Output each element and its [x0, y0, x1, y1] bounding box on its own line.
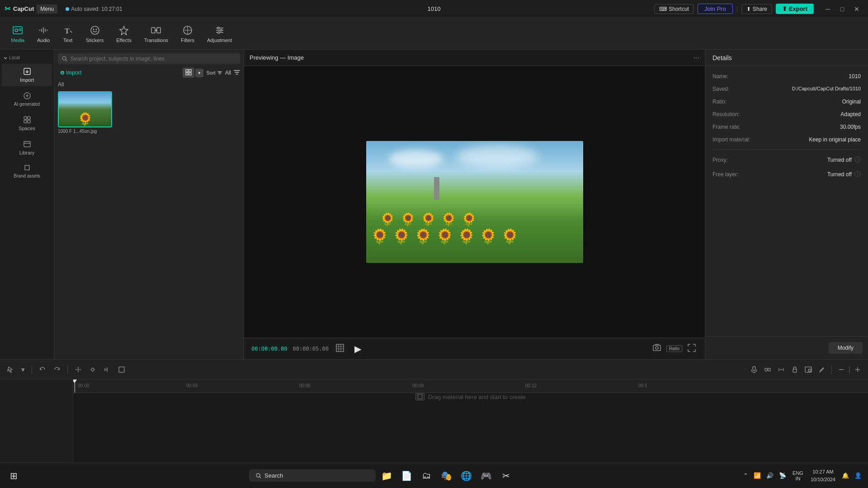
- folder-button[interactable]: 🗂: [417, 467, 435, 485]
- redo-button[interactable]: [51, 364, 63, 375]
- taskbar-clock[interactable]: 10:27 AM 10/10/2024: [808, 468, 838, 483]
- media-thumbnail[interactable]: 1000 F 1...45on.jpg: [58, 91, 112, 134]
- search-input[interactable]: [71, 56, 236, 62]
- tick-label-0: 00:00: [78, 383, 89, 388]
- all-filter-button[interactable]: All: [225, 70, 231, 76]
- unlink-icon: [778, 366, 785, 373]
- import-button[interactable]: + Import: [58, 68, 84, 77]
- join-pro-button[interactable]: Join Pro: [698, 4, 733, 14]
- sidebar-item-library[interactable]: Library: [2, 136, 52, 159]
- name-label: Name:: [712, 73, 728, 80]
- select-tool-button[interactable]: [5, 364, 16, 375]
- toolbar-filters[interactable]: Filters: [175, 22, 201, 46]
- preview-menu-button[interactable]: ···: [693, 54, 699, 62]
- toolbar-audio[interactable]: Audio: [31, 22, 56, 46]
- system-tray-arrow[interactable]: ⌃: [741, 470, 750, 481]
- grid-overlay-button[interactable]: [334, 343, 346, 354]
- sidebar-item-import[interactable]: Import: [2, 64, 52, 86]
- lock-button[interactable]: [789, 364, 801, 375]
- freelayer-label: Free layer:: [712, 171, 738, 178]
- timeline-track-area[interactable]: Drag material here and start to create: [73, 393, 868, 400]
- notepad-button[interactable]: 📄: [397, 467, 415, 485]
- sidebar-item-ai[interactable]: AI generated: [2, 88, 52, 110]
- filters-label: Filters: [181, 38, 194, 43]
- toolbar-transitions[interactable]: Transitions: [138, 22, 175, 46]
- link-icon: [764, 366, 771, 373]
- split-right-button[interactable]: [101, 364, 113, 375]
- add-keyframe-button[interactable]: [87, 364, 99, 375]
- maximize-button[interactable]: □: [835, 2, 849, 16]
- sidebar-item-spaces[interactable]: Spaces: [2, 112, 52, 135]
- network-icon[interactable]: 📶: [752, 470, 763, 481]
- link-button[interactable]: [762, 364, 774, 375]
- play-button[interactable]: ▶: [351, 342, 365, 356]
- audio-icon: [38, 25, 49, 36]
- share-button[interactable]: ⬆ Share: [741, 4, 772, 14]
- sidebar-item-brand[interactable]: Brand assets: [2, 161, 52, 181]
- undo-button[interactable]: [37, 364, 48, 375]
- volume-icon[interactable]: 🔊: [764, 470, 775, 481]
- grid-view-button[interactable]: [183, 68, 194, 78]
- wifi-icon[interactable]: 📡: [777, 470, 788, 481]
- ruler-tick-2: 00:06: [299, 383, 311, 388]
- fullscreen-button[interactable]: [686, 343, 698, 354]
- game-button[interactable]: 🎮: [477, 467, 495, 485]
- shortcut-button[interactable]: ⌨ Shortcut: [654, 4, 694, 14]
- modify-button[interactable]: Modify: [829, 342, 863, 354]
- unlink-button[interactable]: [775, 364, 787, 375]
- microphone-button[interactable]: [748, 364, 760, 375]
- screenshot-icon: [653, 344, 661, 352]
- browser-button[interactable]: 🌐: [457, 467, 475, 485]
- ratio-label: Ratio:: [712, 99, 726, 105]
- ratio-badge[interactable]: Ratio: [666, 345, 682, 352]
- filter-button[interactable]: [234, 69, 240, 77]
- tl-separator-zoom: [849, 366, 850, 373]
- zoom-out-button[interactable]: [835, 364, 847, 375]
- svg-point-7: [93, 28, 94, 30]
- details-header: Details: [705, 50, 868, 66]
- notification-icon[interactable]: 🔔: [840, 470, 851, 481]
- split-button[interactable]: [72, 364, 84, 375]
- minimize-button[interactable]: ─: [821, 2, 835, 16]
- media-app-button[interactable]: 🎭: [437, 467, 455, 485]
- media-panel: + Import ▾ Sort: [54, 50, 244, 359]
- picture-in-picture-button[interactable]: [802, 364, 814, 375]
- sidebar-library-label: Library: [19, 150, 35, 155]
- menu-button[interactable]: Menu: [37, 5, 57, 14]
- sidebar-ai-label: AI generated: [14, 102, 40, 107]
- close-button[interactable]: ✕: [850, 2, 863, 16]
- avatar-icon[interactable]: 👤: [853, 470, 863, 481]
- timeline-ruler: 00:00 00:03 00:06 00:09 00:12 00:1: [73, 380, 868, 393]
- edit-button[interactable]: [816, 364, 828, 375]
- toolbar-media[interactable]: Media: [5, 22, 31, 46]
- windows-button[interactable]: ⊞: [5, 467, 23, 485]
- freelayer-info-icon[interactable]: ⓘ: [854, 170, 861, 178]
- media-filename: 1000 F 1...45on.jpg: [58, 129, 112, 134]
- export-button[interactable]: ⬆ Export: [776, 4, 814, 14]
- pip-icon: [805, 366, 812, 373]
- svg-rect-42: [753, 366, 755, 371]
- edit-app-button[interactable]: ✂: [497, 467, 515, 485]
- panel-content: Local Import AI generated Spaces Library: [0, 50, 244, 359]
- zoom-in-button[interactable]: [852, 364, 863, 375]
- keyboard-icon: ⌨: [659, 6, 667, 12]
- sort-button[interactable]: Sort: [206, 70, 222, 75]
- grid-overlay-icon: [336, 344, 344, 352]
- toolbar-adjustment[interactable]: Adjustment: [201, 22, 238, 46]
- file-explorer-button[interactable]: 📁: [377, 467, 396, 485]
- delete-button[interactable]: [116, 364, 127, 375]
- time-cursor: [75, 380, 75, 393]
- tick-label-4: 00:12: [525, 383, 537, 388]
- tower: [434, 177, 439, 200]
- proxy-info-icon[interactable]: ⓘ: [854, 156, 861, 164]
- toolbar-stickers[interactable]: Stickers: [80, 22, 110, 46]
- framerate-value: 30.00fps: [840, 124, 861, 130]
- proxy-label: Proxy:: [712, 157, 728, 163]
- select-expand-button[interactable]: ▾: [19, 364, 27, 375]
- toolbar-effects[interactable]: Effects: [110, 22, 137, 46]
- toolbar-text[interactable]: T Text: [56, 22, 80, 46]
- taskbar-search-button[interactable]: Search: [249, 469, 376, 482]
- chevron-down-icon[interactable]: ▾: [195, 69, 203, 77]
- search-bar[interactable]: [58, 53, 240, 64]
- screenshot-button[interactable]: [651, 343, 663, 354]
